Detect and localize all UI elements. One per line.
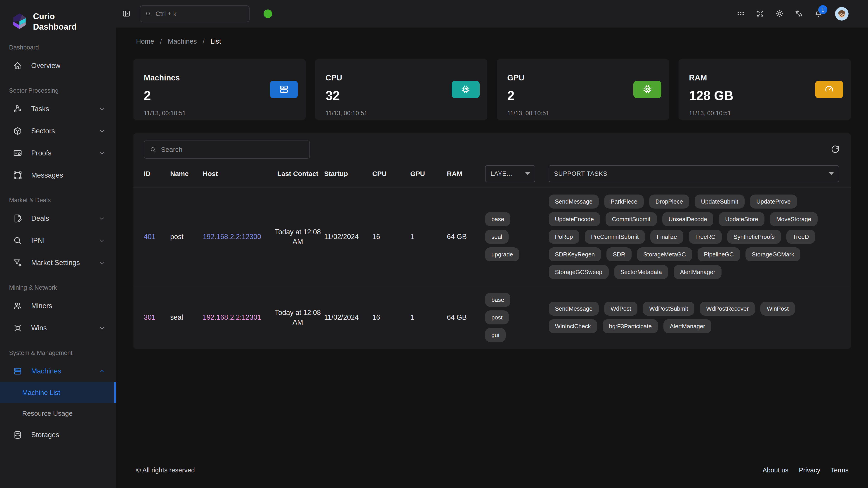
- machine-id-link[interactable]: 301: [144, 313, 156, 321]
- table-search-input[interactable]: [161, 146, 304, 153]
- stat-card-icon-button[interactable]: [452, 80, 480, 98]
- chevron-up-icon: [98, 367, 106, 375]
- server-icon: [279, 84, 289, 95]
- sidebar-subitem-resource-usage[interactable]: Resource Usage: [0, 403, 116, 424]
- gauge-icon: [824, 84, 834, 95]
- cell-host: 192.168.2.2:12301: [203, 313, 272, 322]
- sidebar-item-market-settings[interactable]: Market Settings: [0, 252, 116, 274]
- app-root: Curio Dashboard DashboardOverviewSector …: [0, 0, 868, 488]
- task-chip: StorageMetaGC: [637, 248, 692, 261]
- sidebar-item-label: Proofs: [31, 149, 52, 157]
- sidebar-item-sectors[interactable]: Sectors: [0, 120, 116, 142]
- sidebar-toggle-button[interactable]: [122, 9, 131, 19]
- stat-card-cpu: CPU3211/13, 00:10:51: [315, 59, 487, 120]
- machine-id-link[interactable]: 401: [144, 233, 156, 240]
- layer-chip: upgrade: [485, 248, 519, 261]
- table-search: [144, 140, 310, 159]
- sidebar-item-label: IPNI: [31, 236, 45, 245]
- sidebar-item-machines[interactable]: Machines: [0, 360, 116, 382]
- breadcrumb-separator: /: [203, 37, 205, 45]
- sidebar-item-tasks[interactable]: Tasks: [0, 98, 116, 120]
- footer-link-about-us[interactable]: About us: [763, 466, 788, 474]
- cell-cpu: 16: [372, 313, 410, 322]
- sidebar: Curio Dashboard DashboardOverviewSector …: [0, 0, 116, 488]
- stat-card-icon-button[interactable]: [270, 80, 298, 98]
- footer-link-terms[interactable]: Terms: [831, 466, 848, 474]
- sidebar-section-label: System & Management: [0, 339, 116, 360]
- column-header-ram: RAM: [447, 169, 485, 178]
- task-chip: UpdateStore: [719, 212, 765, 226]
- task-chip: WinInclCheck: [549, 319, 597, 333]
- stat-card-timestamp: 11/13, 00:10:51: [326, 110, 477, 117]
- status-indicator: [264, 9, 272, 18]
- panel-toggle-icon: [122, 9, 131, 19]
- language-button[interactable]: [795, 9, 803, 19]
- app-title: Curio Dashboard: [33, 11, 76, 32]
- task-chip: SDR: [607, 248, 631, 261]
- machine-host-link[interactable]: 192.168.2.2:12301: [203, 313, 261, 321]
- task-chip: UpdateSubmit: [694, 195, 745, 208]
- refresh-button[interactable]: [830, 144, 840, 155]
- cell-ram: 64 GB: [447, 232, 485, 241]
- sidebar-item-overview[interactable]: Overview: [0, 55, 116, 77]
- sidebar-item-miners[interactable]: Miners: [0, 295, 116, 317]
- stat-card-icon-button[interactable]: [633, 80, 661, 98]
- cell-startup: 11/02/2024: [324, 313, 372, 322]
- table-toolbar: [133, 133, 851, 164]
- theme-toggle-button[interactable]: [775, 9, 784, 19]
- breadcrumb-item-machines[interactable]: Machines: [168, 37, 197, 45]
- translate-icon: [795, 9, 803, 19]
- task-chip: WinPost: [761, 302, 795, 316]
- chevron-down-icon: [525, 172, 530, 175]
- task-chip: TreeRC: [689, 230, 722, 244]
- stat-card-ram: RAM128 GB11/13, 00:10:51: [679, 59, 851, 120]
- chevron-down-icon: [829, 172, 834, 175]
- global-search-input[interactable]: [156, 10, 244, 18]
- table-header-row: IDNameHostLast ContactStartupCPUGPURAM L…: [133, 164, 851, 188]
- gpu-icon: [642, 84, 653, 95]
- sidebar-item-ipni[interactable]: IPNI: [0, 230, 116, 252]
- sidebar-subitem-machine-list[interactable]: Machine List: [0, 382, 116, 403]
- footer-link-privacy[interactable]: Privacy: [799, 466, 820, 474]
- support-tasks-filter-dropdown[interactable]: SUPPORT TASKS: [549, 165, 839, 182]
- cell-id: 301: [144, 313, 170, 322]
- task-chip: DropPiece: [649, 195, 689, 208]
- layers-filter-label: LAYE...: [491, 170, 513, 177]
- sidebar-item-storages[interactable]: Storages: [0, 424, 116, 446]
- tasks-icon: [13, 104, 23, 114]
- column-header-gpu: GPU: [410, 169, 447, 178]
- layer-chip: seal: [485, 230, 508, 244]
- wins-icon: [13, 323, 23, 333]
- global-search: [140, 5, 250, 22]
- machine-host-link[interactable]: 192.168.2.2:12300: [203, 233, 261, 240]
- layers-filter-dropdown[interactable]: LAYE...: [485, 165, 535, 182]
- miners-icon: [13, 301, 23, 311]
- sidebar-item-proofs[interactable]: Proofs: [0, 142, 116, 164]
- sidebar-section-label: Market & Deals: [0, 186, 116, 207]
- column-header-startup: Startup: [324, 169, 372, 178]
- app-logo[interactable]: Curio Dashboard: [0, 0, 116, 34]
- task-chip: AlertManager: [663, 319, 711, 333]
- notifications-button[interactable]: 1: [814, 9, 823, 19]
- cell-support-tasks: SendMessageWdPostWdPostSubmitWdPostRecov…: [549, 302, 840, 333]
- cell-name: seal: [170, 313, 203, 322]
- page-content: Home/Machines/List Machines211/13, 00:10…: [116, 28, 868, 488]
- sidebar-item-label: Deals: [31, 215, 49, 223]
- layer-chip: base: [485, 212, 510, 226]
- task-chip-row: SendMessageParkPieceDropPieceUpdateSubmi…: [549, 195, 840, 208]
- cell-support-tasks: SendMessageParkPieceDropPieceUpdateSubmi…: [549, 195, 840, 279]
- task-chip: PreCommitSubmit: [585, 230, 645, 244]
- sidebar-item-messages[interactable]: Messages: [0, 164, 116, 186]
- fullscreen-button[interactable]: [756, 9, 765, 19]
- task-chip: SDRKeyRegen: [549, 248, 601, 261]
- stat-card-icon-button[interactable]: [815, 80, 843, 98]
- chevron-down-icon: [98, 149, 106, 157]
- task-chip: SyntheticProofs: [727, 230, 781, 244]
- stat-cards: Machines211/13, 00:10:51CPU3211/13, 00:1…: [133, 59, 851, 120]
- breadcrumb-item-home[interactable]: Home: [136, 37, 154, 45]
- sidebar-item-wins[interactable]: Wins: [0, 317, 116, 339]
- apps-menu-button[interactable]: [737, 9, 745, 19]
- user-avatar[interactable]: [835, 7, 848, 21]
- sidebar-item-deals[interactable]: Deals: [0, 207, 116, 230]
- chevron-down-icon: [98, 215, 106, 222]
